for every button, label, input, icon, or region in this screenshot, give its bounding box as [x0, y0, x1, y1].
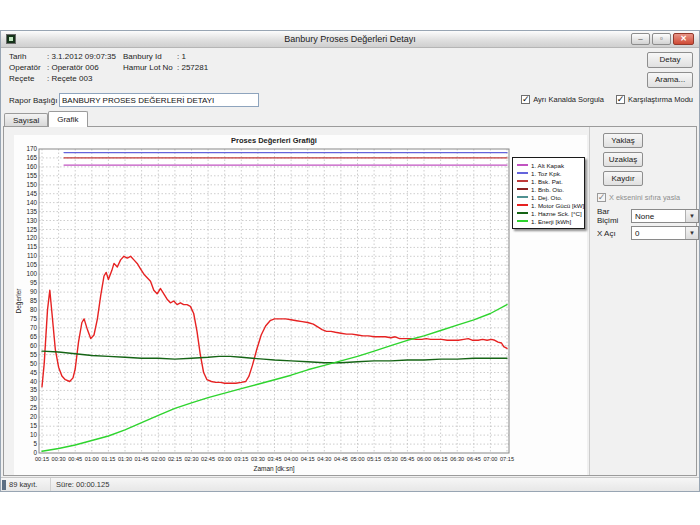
- y-tick-label: 135: [26, 208, 37, 215]
- operator-label: Operatör: [9, 63, 41, 72]
- separate-channel-checkbox-item[interactable]: ✓ Ayrı Kanalda Sorgula: [521, 95, 604, 104]
- y-tick-label: 60: [30, 342, 38, 349]
- legend-swatch: [517, 220, 528, 222]
- legend-label: 1. Toz Kpk.: [531, 170, 562, 177]
- legend-item: 1. Enerji [kWh]: [517, 217, 582, 225]
- y-axis-title: Değerler: [15, 288, 23, 314]
- minimize-button[interactable]: –: [631, 33, 650, 45]
- x-tick-label: 04:30: [317, 456, 331, 462]
- x-tick-label: 06:30: [450, 456, 464, 462]
- title-bar: Banbury Proses Değerleri Detayı – ▫ ✕: [1, 31, 699, 48]
- banbury-id-label: Banbury Id: [123, 52, 162, 61]
- compare-mode-label: Karşılaştırma Modu: [628, 95, 693, 104]
- y-tick-label: 125: [26, 226, 37, 233]
- legend-item: 1. Bsk. Pat.: [517, 177, 582, 185]
- bar-style-value: None: [635, 212, 654, 221]
- x-angle-select[interactable]: 0 ▼: [631, 226, 699, 240]
- recipe-value: : Reçete 003: [47, 74, 92, 83]
- statusbar-marker: [2, 480, 6, 490]
- y-tick-label: 115: [27, 243, 38, 250]
- legend-swatch: [517, 204, 528, 206]
- x-tick-label: 02:15: [168, 456, 182, 462]
- y-tick-label: 170: [26, 145, 37, 152]
- y-tick-label: 75: [30, 315, 38, 322]
- legend-item: 1. Alt Kapak: [517, 161, 582, 169]
- report-title-label: Rapor Başlığı: [9, 96, 57, 105]
- legend-label: 1. Enerji [kWh]: [531, 218, 571, 225]
- legend-label: 1. Bsk. Pat.: [531, 178, 563, 185]
- graph-tab-panel: 0510152025303540455055606570758085909510…: [3, 126, 697, 476]
- x-tick-label: 06:15: [434, 456, 448, 462]
- legend-item: 1. Toz Kpk.: [517, 169, 582, 177]
- y-tick-label: 145: [26, 190, 37, 197]
- x-axis-title: Zaman [dk:sn]: [253, 465, 294, 473]
- bar-style-label: Bar Biçimi: [597, 207, 631, 225]
- y-tick-label: 130: [26, 217, 37, 224]
- x-tick-label: 02:00: [151, 456, 165, 462]
- maximize-button[interactable]: ▫: [652, 33, 671, 45]
- y-tick-label: 150: [26, 181, 37, 188]
- y-tick-label: 20: [30, 413, 38, 420]
- chevron-down-icon[interactable]: ▼: [685, 227, 698, 239]
- chart-title: Proses Değerleri Grafiği: [231, 136, 317, 145]
- compare-mode-checkbox[interactable]: ✓: [616, 95, 625, 104]
- tab-grafik[interactable]: Grafik: [48, 111, 87, 127]
- legend-label: 1. Bnb. Oto.: [531, 186, 564, 193]
- x-tick-label: 06:45: [467, 456, 481, 462]
- chevron-down-icon[interactable]: ▼: [685, 210, 698, 222]
- y-tick-label: 25: [30, 404, 38, 411]
- date-value: : 3.1.2012 09:07:35: [47, 52, 116, 61]
- legend-swatch: [517, 164, 528, 166]
- y-tick-label: 15: [30, 422, 38, 429]
- x-tick-label: 03:00: [218, 456, 232, 462]
- separate-channel-checkbox[interactable]: ✓: [521, 95, 530, 104]
- x-tick-label: 01:15: [101, 456, 115, 462]
- x-tick-label: 05:15: [367, 456, 381, 462]
- banbury-id-value: : 1: [177, 52, 186, 61]
- x-tick-label: 03:15: [234, 456, 248, 462]
- close-button[interactable]: ✕: [673, 33, 694, 45]
- x-tick-label: 04:00: [284, 456, 298, 462]
- legend-item: 1. Bnb. Oto.: [517, 185, 582, 193]
- detail-button[interactable]: Detay: [647, 52, 693, 68]
- panel-divider: [589, 127, 590, 475]
- x-tick-label: 03:30: [251, 456, 265, 462]
- y-tick-label: 0: [33, 449, 37, 456]
- y-tick-label: 70: [30, 324, 38, 331]
- legend-swatch: [517, 212, 528, 214]
- x-tick-label: 01:00: [85, 456, 99, 462]
- y-tick-label: 50: [30, 360, 38, 367]
- window-title: Banbury Proses Değerleri Detayı: [1, 34, 699, 44]
- search-button[interactable]: Arama...: [647, 72, 693, 88]
- chart-area: 0510152025303540455055606570758085909510…: [14, 135, 587, 475]
- y-tick-label: 40: [30, 378, 38, 385]
- y-tick-label: 10: [30, 431, 38, 438]
- y-tick-label: 30: [30, 395, 38, 402]
- zoom-in-button[interactable]: Yaklaş: [603, 133, 643, 148]
- y-tick-label: 95: [30, 279, 38, 286]
- y-tick-label: 65: [30, 333, 38, 340]
- date-label: Tarih: [9, 52, 26, 61]
- legend-swatch: [517, 172, 528, 174]
- x-tick-label: 05:00: [351, 456, 365, 462]
- legend-item: 1. Dej. Oto.: [517, 193, 582, 201]
- legend-label: 1. Motor Gücü [kW]: [531, 202, 584, 209]
- snap-zero-checkbox: ✓: [597, 193, 606, 202]
- y-tick-label: 155: [26, 172, 37, 179]
- compare-mode-checkbox-item[interactable]: ✓ Karşılaştırma Modu: [616, 95, 693, 104]
- tab-strip: Sayısal Grafik: [4, 111, 88, 127]
- query-duration: Süre: 00:00.125: [51, 480, 109, 489]
- app-window: Banbury Proses Değerleri Detayı – ▫ ✕ Ta…: [0, 30, 700, 492]
- operator-value: : Operatör 006: [47, 63, 99, 72]
- legend-item: 1. Motor Gücü [kW]: [517, 201, 582, 209]
- legend-swatch: [517, 180, 528, 182]
- bar-style-select[interactable]: None ▼: [631, 209, 699, 223]
- tab-sayisal[interactable]: Sayısal: [4, 113, 48, 126]
- legend-label: 1. Hazne Sck. [°C]: [531, 210, 582, 217]
- y-tick-label: 160: [26, 163, 37, 170]
- x-tick-label: 02:30: [185, 456, 199, 462]
- zoom-out-button[interactable]: Uzaklaş: [603, 152, 643, 167]
- pan-button[interactable]: Kaydır: [603, 171, 643, 186]
- y-tick-label: 120: [26, 234, 37, 241]
- report-title-input[interactable]: [59, 93, 259, 107]
